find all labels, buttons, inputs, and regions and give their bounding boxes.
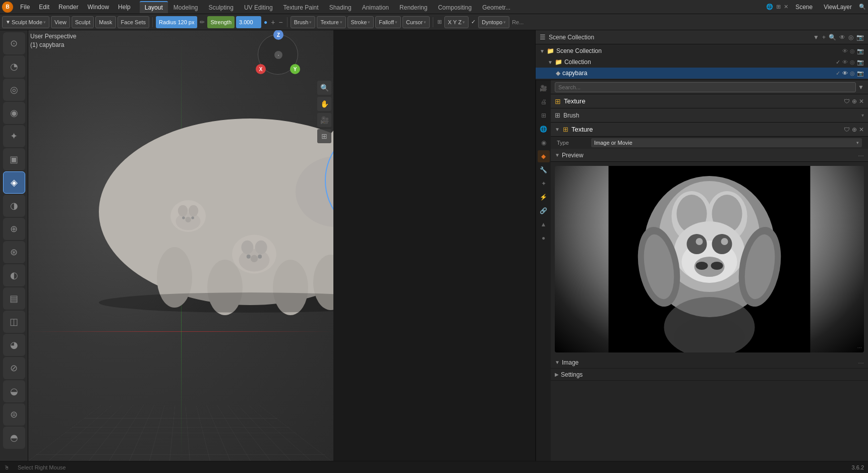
brush-selector[interactable]: Brush ▾ (291, 16, 316, 28)
tool-scrape[interactable]: ⊘ (3, 357, 25, 379)
tree-scene-collection[interactable]: ▼ 📁 Scene Collection 👁 ◎ 📷 (536, 45, 868, 56)
preview-section-header[interactable]: ▼ Preview ··· (551, 149, 868, 162)
camera-icon[interactable]: 🎥 (317, 113, 331, 127)
tab-uv-editing[interactable]: UV Editing (239, 1, 278, 13)
props-search-input[interactable] (555, 82, 856, 92)
tab-sculpting[interactable]: Sculpting (204, 1, 239, 13)
zoom-in-icon[interactable]: 🔍 (317, 81, 331, 95)
brush-section[interactable]: ⊞ Brush ▾ (551, 108, 868, 123)
face-sets-button[interactable]: Face Sets (118, 16, 150, 28)
tool-mask[interactable]: ◫ (3, 311, 25, 333)
prop-render-icon[interactable]: 🎥 (538, 82, 550, 94)
gizmo-x-axis[interactable]: X (256, 64, 266, 74)
prop-scene-icon[interactable]: 🌐 (538, 123, 550, 135)
tab-geometry[interactable]: Geometr... (477, 1, 515, 13)
menu-window[interactable]: Window (83, 1, 113, 13)
outliner-cam-icon[interactable]: ◎ (848, 34, 853, 41)
sc-cam-icon[interactable]: ◎ (850, 48, 855, 54)
tab-rendering[interactable]: Rendering (394, 1, 432, 13)
prop-particles-icon[interactable]: ✦ (538, 178, 550, 190)
tex-shield-icon[interactable]: 🛡 (844, 126, 850, 133)
stroke-selector[interactable]: Stroke ▾ (348, 16, 374, 28)
mask-button[interactable]: Mask (95, 16, 115, 28)
cap-render-icon[interactable]: 📷 (857, 70, 864, 77)
xyz-selector[interactable]: X Y Z ▾ (444, 16, 469, 28)
menu-file[interactable]: File (16, 1, 34, 13)
gizmo-center[interactable]: · (274, 51, 282, 59)
prop-constraints-icon[interactable]: 🔗 (538, 205, 550, 217)
tool-smooth[interactable]: ◎ (3, 79, 25, 101)
image-section[interactable]: ▼ Image ··· (551, 357, 868, 369)
prop-object-icon[interactable]: ◆ (538, 150, 550, 162)
texture-subsection-header[interactable]: ▼ ⊞ Texture 🛡 ⊕ ✕ (551, 123, 868, 137)
menu-edit[interactable]: Edit (35, 1, 53, 13)
tool-layer[interactable]: ◑ (3, 195, 25, 217)
gizmo-circle[interactable]: Z Y X · (258, 34, 298, 75)
gizmo-z-axis[interactable]: Z (273, 30, 283, 40)
tool-fill[interactable]: ◕ (3, 334, 25, 356)
texture-section-header[interactable]: ⊞ Texture 🛡 ⊕ ✕ (551, 94, 868, 108)
outliner-vis-icon[interactable]: 👁 (839, 34, 845, 41)
pan-icon[interactable]: ✋ (317, 97, 331, 111)
view-button[interactable]: View (51, 16, 70, 28)
prop-data-icon[interactable]: ▲ (538, 218, 550, 230)
col-cam-icon[interactable]: ◎ (850, 59, 855, 66)
scene-selector[interactable]: Scene (791, 3, 817, 12)
tab-texture-paint[interactable]: Texture Paint (278, 1, 324, 13)
texture-selector[interactable]: Texture ▾ (317, 16, 345, 28)
tab-modeling[interactable]: Modeling (168, 1, 203, 13)
settings-section[interactable]: ▶ Settings (551, 369, 868, 381)
texture-close-icon[interactable]: ✕ (859, 98, 864, 105)
tool-blob[interactable]: ⊛ (3, 241, 25, 263)
tab-animation[interactable]: Animation (357, 1, 394, 13)
tool-grab[interactable]: ⊙ (3, 32, 25, 54)
viewport-area[interactable]: User Perspective (1) capybara Z Y X · 🔍 … (28, 30, 333, 461)
gizmo-y-axis[interactable]: Y (290, 64, 300, 74)
image-dots-icon[interactable]: ··· (858, 359, 864, 367)
tool-pose[interactable]: ⊜ (3, 403, 25, 426)
cap-cam-icon[interactable]: ◎ (850, 70, 855, 77)
cap-eye-icon[interactable]: 👁 (842, 70, 848, 76)
tool-clay-strips[interactable]: ▤ (3, 287, 25, 310)
col-eye-icon[interactable]: 👁 (842, 59, 848, 65)
tool-clay[interactable]: ◐ (3, 264, 25, 286)
tool-crease[interactable]: ✦ (3, 125, 25, 147)
props-filter-icon[interactable]: ▼ (858, 84, 864, 91)
dyntopo-selector[interactable]: Dyntopo ▾ (478, 16, 509, 28)
tool-active[interactable]: ◈ (3, 171, 25, 194)
radius-field[interactable]: Radius 120 px (156, 16, 197, 28)
view-layer-selector[interactable]: ViewLayer (820, 3, 856, 12)
tab-compositing[interactable]: Compositing (433, 1, 477, 13)
sc-eye-icon[interactable]: 👁 (842, 48, 848, 54)
tree-capybara[interactable]: ◆ capybara ✓ 👁 ◎ 📷 (536, 68, 868, 79)
menu-help[interactable]: Help (114, 1, 135, 13)
tool-flatten[interactable]: ▣ (3, 148, 25, 170)
sc-render-icon[interactable]: 📷 (857, 48, 864, 54)
tool-multiplane[interactable]: ◒ (3, 380, 25, 402)
outliner-add-icon[interactable]: + (822, 34, 826, 41)
prop-view-icon[interactable]: ⊞ (538, 109, 550, 122)
type-dropdown[interactable]: Image or Movie ▾ (591, 138, 862, 147)
prop-material-icon[interactable]: ● (538, 232, 550, 244)
tree-collection[interactable]: ▼ 📁 Collection ✓ 👁 ◎ 📷 (536, 56, 868, 68)
grid-icon[interactable]: ⊞ (317, 129, 331, 143)
menu-render[interactable]: Render (54, 1, 82, 13)
prop-physics-icon[interactable]: ⚡ (538, 191, 550, 203)
preview-bottom-dots[interactable]: ··· (857, 344, 862, 350)
cursor-selector[interactable]: Cursor ▾ (402, 16, 430, 28)
falloff-selector[interactable]: Falloff ▾ (375, 16, 401, 28)
outliner-filter-icon[interactable]: ▼ (813, 34, 819, 41)
mode-selector[interactable]: ▼ Sculpt Mode ▾ (2, 16, 49, 28)
tex-copy-icon[interactable]: ⊕ (852, 126, 857, 133)
prop-world-icon[interactable]: ◉ (538, 137, 550, 149)
tab-shading[interactable]: Shading (324, 1, 357, 13)
tool-draw[interactable]: ◔ (3, 55, 25, 78)
prop-modifier-icon[interactable]: 🔧 (538, 164, 550, 176)
strength-value-field[interactable]: 3.000 (236, 16, 261, 28)
prop-output-icon[interactable]: 🖨 (538, 96, 550, 108)
texture-copy-icon[interactable]: ⊕ (852, 98, 857, 105)
sculpt-button[interactable]: Sculpt (72, 16, 94, 28)
tool-inflate[interactable]: ⊕ (3, 218, 25, 240)
preview-dots-icon[interactable]: ··· (858, 151, 864, 159)
tool-boundary[interactable]: ◓ (3, 427, 25, 449)
